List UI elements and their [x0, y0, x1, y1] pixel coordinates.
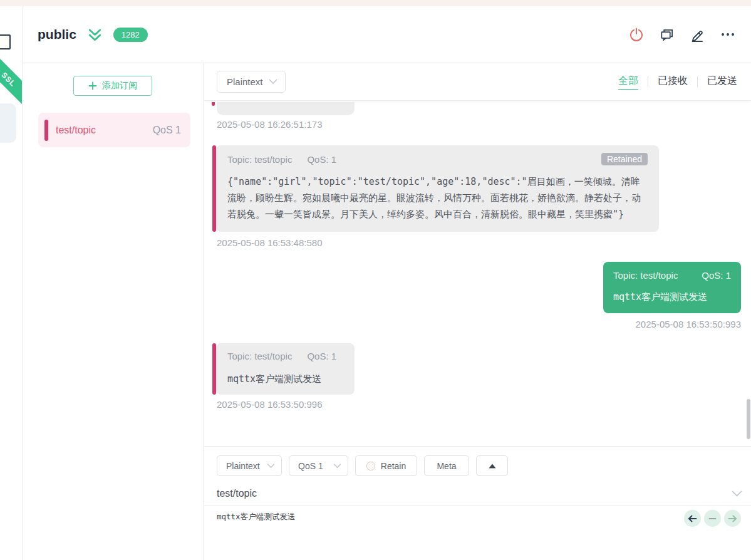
messages-chat-icon[interactable] [659, 27, 675, 43]
publish-topic-row [204, 482, 751, 506]
retained-badge: Retained [601, 153, 648, 165]
message-qos: QoS: 1 [307, 154, 336, 165]
filter-divider [648, 76, 648, 87]
mqttx-window: SSL public 1282 [0, 0, 751, 560]
sent-message-bubble[interactable]: Topic: test/topic QoS: 1 mqttx客户端测试发送 [603, 262, 741, 313]
topic-chevron-down-icon[interactable] [732, 490, 742, 497]
subscription-qos: QoS 1 [153, 125, 181, 136]
plus-icon [88, 81, 97, 90]
message-list[interactable]: 2025-05-08 16:26:51:173 Topic: test/topi… [204, 101, 751, 446]
clear-minus-button[interactable] [704, 510, 721, 527]
received-message-row: Topic: test/topic QoS: 1 mqttx客户端测试发送 [212, 343, 741, 395]
message-meta: Topic: test/topic QoS: 1 [613, 270, 731, 281]
publish-panel: Plaintext QoS 1 Retain Meta [204, 446, 751, 560]
publish-qos-value: QoS 1 [298, 461, 323, 471]
window-top-strip [0, 0, 751, 6]
minus-icon [708, 517, 717, 520]
messages-toolbar: Plaintext 全部 已接收 已发送 [204, 63, 751, 101]
topic-input[interactable] [217, 488, 732, 499]
more-ellipsis-icon[interactable] [720, 26, 736, 43]
message-timestamp: 2025-05-08 16:53:50:993 [204, 319, 741, 329]
disconnect-power-icon[interactable] [629, 27, 644, 42]
filter-published[interactable]: 已发送 [707, 75, 737, 89]
connection-header: public 1282 [23, 6, 751, 63]
ssl-label: SSL [0, 70, 18, 88]
message-timestamp: 2025-05-08 16:26:51:173 [217, 119, 751, 130]
publish-qos-select[interactable]: QoS 1 [289, 455, 348, 476]
message-payload: {"name":"girl","topic":"test/topic","age… [227, 174, 648, 222]
message-qos: QoS: 1 [702, 270, 731, 281]
history-forward-button[interactable] [724, 510, 741, 527]
triangle-up-icon [489, 464, 496, 469]
message-payload: mqttx客户端测试发送 [227, 373, 343, 385]
received-message-bubble[interactable]: Topic: test/topic QoS: 1 mqttx客户端测试发送 [216, 343, 355, 395]
message-qos: QoS: 1 [307, 351, 336, 361]
retain-toggle[interactable]: Retain [355, 455, 417, 476]
message-topic: Topic: test/topic [613, 270, 678, 281]
message-bubble-partial [217, 102, 355, 115]
publish-format-select[interactable]: Plaintext [217, 455, 282, 476]
payload-editor-text[interactable]: mqttx客户端测试发送 [217, 512, 676, 522]
payload-format-select[interactable]: Plaintext [217, 71, 286, 93]
chevron-down-icon [333, 464, 341, 469]
window-square-icon[interactable] [0, 34, 11, 49]
arrow-left-icon [688, 515, 697, 522]
message-meta: Topic: test/topic QoS: 1 Retained [227, 153, 648, 165]
arrow-right-icon [728, 515, 737, 522]
sent-message-row: Topic: test/topic QoS: 1 mqttx客户端测试发送 [204, 262, 741, 313]
subscription-color-bar [44, 120, 48, 141]
subscription-item[interactable]: test/topic QoS 1 [38, 113, 190, 147]
collapse-panel-button[interactable] [476, 455, 508, 476]
message-count-badge: 1282 [113, 28, 148, 42]
history-back-button[interactable] [684, 510, 701, 527]
message-timestamp: 2025-05-08 16:53:50:996 [217, 399, 751, 410]
ssl-ribbon-badge: SSL [0, 52, 23, 106]
connection-name[interactable]: public [38, 27, 76, 42]
chevron-down-icon [267, 464, 275, 469]
payload-format-value: Plaintext [227, 76, 263, 87]
connections-rail: SSL [0, 6, 23, 560]
filter-received[interactable]: 已接收 [658, 75, 688, 89]
header-actions [629, 26, 736, 43]
chevron-down-icon [269, 79, 277, 85]
add-subscription-label: 添加订阅 [102, 80, 137, 91]
message-filters: 全部 已接收 已发送 [618, 75, 737, 90]
received-message-bubble[interactable]: Topic: test/topic QoS: 1 Retained {"name… [216, 145, 659, 232]
message-topic: Topic: test/topic [227, 351, 292, 361]
message-meta: Topic: test/topic QoS: 1 [227, 351, 343, 361]
message-timestamp: 2025-05-08 16:53:48:580 [217, 237, 751, 248]
add-subscription-button[interactable]: 添加订阅 [73, 76, 152, 96]
messages-panel: Plaintext 全部 已接收 已发送 2025-05-08 16:26:51… [204, 63, 751, 560]
scrollbar-thumb[interactable] [747, 399, 750, 439]
message-payload: mqttx客户端测试发送 [613, 291, 731, 303]
filter-all[interactable]: 全部 [618, 75, 638, 90]
retain-label: Retain [381, 461, 406, 471]
publish-toolbar: Plaintext QoS 1 Retain Meta [217, 455, 751, 476]
publish-format-value: Plaintext [226, 461, 260, 471]
subscription-topic: test/topic [56, 125, 96, 136]
message-topic: Topic: test/topic [227, 154, 292, 165]
received-message-row: Topic: test/topic QoS: 1 Retained {"name… [212, 145, 741, 232]
subscriptions-panel: 添加订阅 test/topic QoS 1 [23, 63, 204, 560]
payload-editor[interactable]: mqttx客户端测试发送 [204, 506, 751, 522]
chevron-double-down-icon[interactable] [86, 26, 103, 43]
retain-radio-icon[interactable] [366, 462, 375, 470]
editor-buttons [684, 510, 741, 527]
connection-list-item[interactable] [0, 103, 16, 143]
meta-button[interactable]: Meta [424, 455, 469, 476]
edit-pencil-icon[interactable] [690, 27, 705, 42]
filter-divider [697, 76, 698, 87]
